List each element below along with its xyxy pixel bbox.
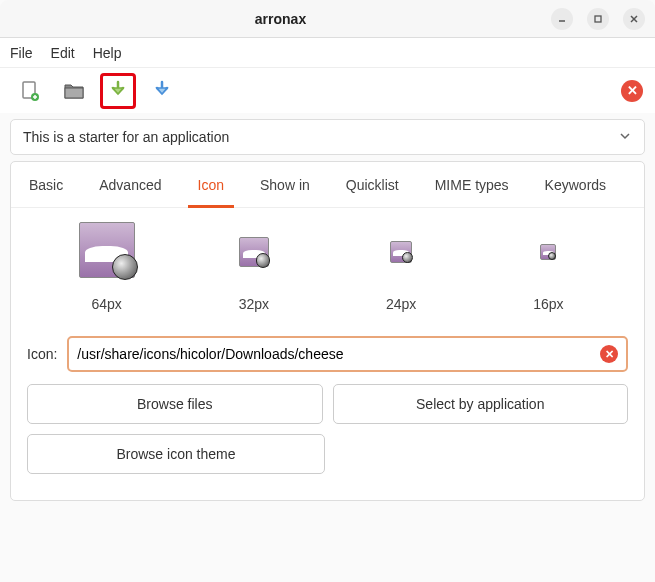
- icon-path-input[interactable]: [77, 342, 600, 366]
- cheese-icon: [79, 222, 135, 278]
- tab-showin[interactable]: Show in: [242, 162, 328, 207]
- discard-button[interactable]: ✕: [621, 80, 643, 102]
- new-document-button[interactable]: [12, 73, 48, 109]
- select-by-application-button[interactable]: Select by application: [333, 384, 629, 424]
- description-dropdown[interactable]: This is a starter for an application: [10, 119, 645, 155]
- download-blue-icon: [150, 79, 174, 103]
- save-as-button[interactable]: [144, 73, 180, 109]
- icon-path-row: Icon: ✕: [11, 318, 644, 384]
- icon-preview-16: 16px: [475, 222, 622, 312]
- download-green-icon: [106, 79, 130, 103]
- menu-edit[interactable]: Edit: [51, 45, 75, 61]
- tab-icon[interactable]: Icon: [180, 162, 242, 207]
- icon-size-label: 24px: [386, 296, 416, 312]
- icon-preview-64: 64px: [33, 222, 180, 312]
- icon-size-label: 32px: [239, 296, 269, 312]
- cheese-icon: [540, 244, 556, 260]
- new-document-icon: [18, 79, 42, 103]
- menu-file[interactable]: File: [10, 45, 33, 61]
- icon-size-label: 64px: [91, 296, 121, 312]
- window-controls: [551, 8, 645, 30]
- button-label: Browse files: [137, 396, 212, 412]
- folder-icon: [62, 79, 86, 103]
- tab-quicklist[interactable]: Quicklist: [328, 162, 417, 207]
- browse-icon-theme-button[interactable]: Browse icon theme: [27, 434, 325, 474]
- menubar: File Edit Help: [0, 38, 655, 68]
- chevron-down-icon: [618, 129, 632, 146]
- clear-input-button[interactable]: ✕: [600, 345, 618, 363]
- icon-preview-32: 32px: [180, 222, 327, 312]
- save-button[interactable]: [100, 73, 136, 109]
- tab-basic[interactable]: Basic: [11, 162, 81, 207]
- icon-input-container: ✕: [67, 336, 628, 372]
- browse-files-button[interactable]: Browse files: [27, 384, 323, 424]
- cheese-icon: [239, 237, 269, 267]
- icon-preview-row: 64px 32px 24px 16px: [11, 208, 644, 318]
- button-row-2: Browse icon theme: [11, 434, 644, 484]
- svg-rect-8: [65, 88, 83, 98]
- toolbar: ✕: [0, 68, 655, 113]
- button-label: Browse icon theme: [116, 446, 235, 462]
- icon-size-label: 16px: [533, 296, 563, 312]
- svg-rect-1: [595, 16, 601, 22]
- maximize-button[interactable]: [587, 8, 609, 30]
- tab-bar: Basic Advanced Icon Show in Quicklist MI…: [11, 162, 644, 208]
- minimize-button[interactable]: [551, 8, 573, 30]
- description-text: This is a starter for an application: [23, 129, 618, 145]
- icon-field-label: Icon:: [27, 346, 57, 362]
- open-folder-button[interactable]: [56, 73, 92, 109]
- button-row-1: Browse files Select by application: [11, 384, 644, 434]
- titlebar: arronax: [0, 0, 655, 38]
- content-panel: Basic Advanced Icon Show in Quicklist MI…: [10, 161, 645, 501]
- close-window-button[interactable]: [623, 8, 645, 30]
- icon-preview-24: 24px: [328, 222, 475, 312]
- tab-mime[interactable]: MIME types: [417, 162, 527, 207]
- tab-advanced[interactable]: Advanced: [81, 162, 179, 207]
- cheese-icon: [390, 241, 412, 263]
- button-label: Select by application: [416, 396, 544, 412]
- clear-icon: ✕: [605, 348, 614, 361]
- window-title: arronax: [10, 11, 551, 27]
- close-icon: ✕: [627, 83, 638, 98]
- tab-keywords[interactable]: Keywords: [527, 162, 624, 207]
- menu-help[interactable]: Help: [93, 45, 122, 61]
